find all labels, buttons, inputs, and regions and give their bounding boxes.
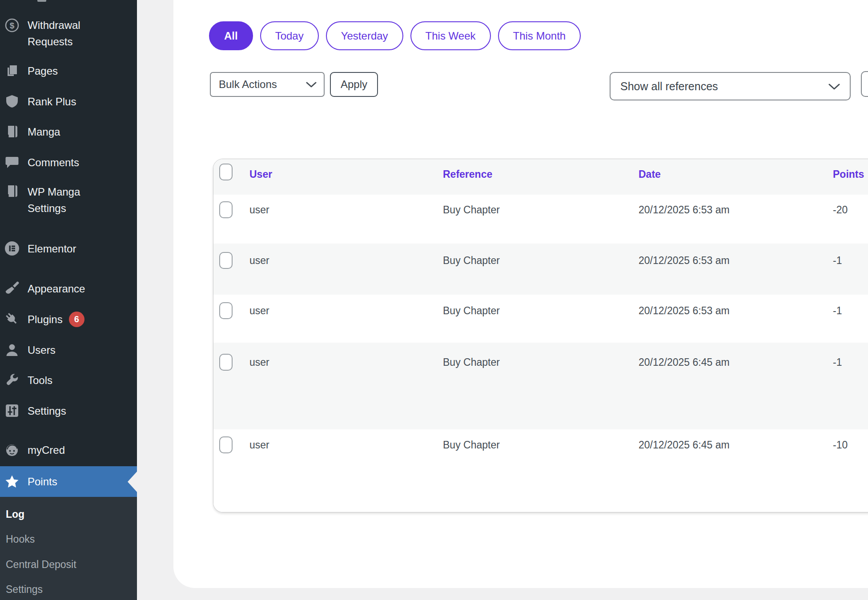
sidebar-item-rank-plus[interactable]: Rank Plus [0, 86, 137, 116]
cell-user: user [249, 436, 269, 454]
row-checkbox[interactable] [219, 354, 233, 371]
sidebar-item-tools[interactable]: Tools [0, 365, 137, 395]
row-checkbox[interactable] [219, 252, 233, 269]
references-filter-select[interactable]: Show all references [610, 72, 851, 100]
sidebar-item-label: Settings [28, 403, 66, 419]
cell-date: 20/12/2025 6:53 am [639, 252, 730, 269]
user-icon [4, 343, 20, 356]
sidebar-item-label: Points [28, 473, 57, 490]
log-table-body: user Buy Chapter 20/12/2025 6:53 am -20 … [213, 195, 868, 512]
submenu-item-log[interactable]: Log [6, 504, 24, 525]
pages-icon [4, 64, 20, 77]
table-header-row: User Reference Date Points [213, 159, 868, 195]
mycred-face-icon [4, 443, 20, 457]
cell-points: -20 [833, 201, 848, 219]
submenu-item-central-deposit[interactable]: Central Deposit [6, 554, 76, 575]
clipped-control-right-edge[interactable]: D [861, 71, 868, 97]
admin-sidebar: $ Withdrawal Requests Pages Rank Plus Ma… [0, 0, 137, 600]
sidebar-item-mycred[interactable]: myCred [0, 435, 137, 465]
cell-date: 20/12/2025 6:53 am [639, 302, 730, 320]
column-header-points[interactable]: Points [833, 165, 864, 183]
filter-pill-yesterday[interactable]: Yesterday [326, 21, 403, 50]
apply-button[interactable]: Apply [330, 72, 378, 97]
sidebar-item-label: Withdrawal Requests [28, 17, 105, 50]
cell-date: 20/12/2025 6:45 am [639, 436, 730, 454]
sidebar-item-label: Comments [28, 154, 79, 171]
clipped-menu-item-above [37, 0, 46, 2]
table-row: user Buy Chapter 20/12/2025 6:45 am -10 [213, 429, 868, 512]
cell-user: user [249, 201, 269, 219]
sidebar-item-label: Manga [28, 124, 60, 140]
table-row: user Buy Chapter 20/12/2025 6:53 am -1 [213, 244, 868, 295]
cell-reference: Buy Chapter [443, 201, 500, 219]
elementor-icon [4, 241, 20, 256]
sidebar-item-label: Rank Plus [28, 93, 76, 110]
submenu-item-hooks[interactable]: Hooks [6, 528, 35, 550]
sidebar-item-comments[interactable]: Comments [0, 147, 137, 177]
chevron-down-icon [828, 80, 840, 93]
sidebar-item-label: Pages [28, 63, 58, 79]
cell-user: user [249, 353, 269, 371]
sidebar-item-label: Elementor [28, 240, 76, 257]
cell-date: 20/12/2025 6:53 am [639, 201, 730, 219]
sidebar-item-wp-manga-settings[interactable]: WP Manga Settings [0, 177, 137, 224]
sidebar-item-settings[interactable]: Settings [0, 396, 137, 426]
comment-bubble-icon [4, 156, 20, 169]
column-header-user[interactable]: User [249, 165, 272, 183]
bulk-actions-label: Bulk Actions [219, 78, 277, 91]
filter-pill-this-week[interactable]: This Week [410, 21, 491, 50]
row-checkbox[interactable] [219, 436, 233, 453]
sidebar-item-label: Users [28, 342, 56, 358]
sidebar-item-label: Tools [28, 372, 52, 388]
submenu-item-settings[interactable]: Settings [6, 579, 43, 600]
shield-icon [4, 95, 20, 108]
date-filter-pills: All Today Yesterday This Week This Month [209, 21, 581, 50]
table-row: user Buy Chapter 20/12/2025 6:45 am -1 [213, 343, 868, 429]
cell-reference: Buy Chapter [443, 302, 500, 320]
sidebar-item-label: WP Manga Settings [28, 184, 105, 216]
svg-text:$: $ [10, 21, 15, 30]
plugins-update-count-badge: 6 [69, 312, 84, 327]
cell-reference: Buy Chapter [443, 252, 500, 269]
table-row: user Buy Chapter 20/12/2025 6:53 am -1 [213, 295, 868, 343]
sidebar-item-appearance[interactable]: Appearance [0, 273, 137, 304]
cell-date: 20/12/2025 6:45 am [639, 353, 730, 371]
sliders-icon [4, 404, 20, 417]
cell-reference: Buy Chapter [443, 353, 500, 371]
sidebar-item-users[interactable]: Users [0, 335, 137, 365]
sidebar-item-manga[interactable]: Manga [0, 116, 137, 147]
table-row: user Buy Chapter 20/12/2025 6:53 am -20 [213, 195, 868, 244]
row-checkbox[interactable] [219, 201, 233, 218]
cell-points: -1 [833, 302, 842, 320]
sidebar-item-plugins[interactable]: Plugins 6 [0, 304, 137, 334]
book-icon [4, 184, 20, 198]
sidebar-item-withdrawal-requests[interactable]: $ Withdrawal Requests [0, 10, 137, 57]
sidebar-item-elementor[interactable]: Elementor [0, 233, 137, 264]
references-filter-label: Show all references [620, 80, 718, 93]
plug-icon [4, 312, 20, 326]
sidebar-item-pages[interactable]: Pages [0, 56, 137, 86]
chevron-down-icon [306, 78, 317, 91]
cell-points: -1 [833, 353, 842, 371]
filter-pill-today[interactable]: Today [260, 21, 319, 50]
dollar-circle-icon: $ [4, 18, 20, 33]
sidebar-item-points-active[interactable]: Points [0, 466, 137, 497]
sidebar-item-label: Appearance [28, 280, 85, 297]
row-checkbox[interactable] [219, 302, 233, 319]
filter-pill-all[interactable]: All [209, 21, 253, 50]
sidebar-item-label: myCred [28, 442, 65, 458]
cell-points: -1 [833, 252, 842, 269]
cell-user: user [249, 252, 269, 269]
column-header-date[interactable]: Date [639, 165, 661, 183]
select-all-checkbox[interactable] [219, 164, 233, 180]
column-header-reference[interactable]: Reference [443, 165, 492, 183]
points-log-table: User Reference Date Points user Buy Chap… [213, 159, 868, 512]
bulk-actions-select[interactable]: Bulk Actions [210, 72, 325, 97]
points-submenu: Log Hooks Central Deposit Settings [0, 497, 137, 600]
sidebar-item-label: Plugins [28, 311, 63, 328]
cell-reference: Buy Chapter [443, 436, 500, 454]
filter-pill-this-month[interactable]: This Month [498, 21, 581, 50]
book-icon [4, 125, 20, 138]
cell-user: user [249, 302, 269, 320]
star-icon [4, 475, 20, 489]
